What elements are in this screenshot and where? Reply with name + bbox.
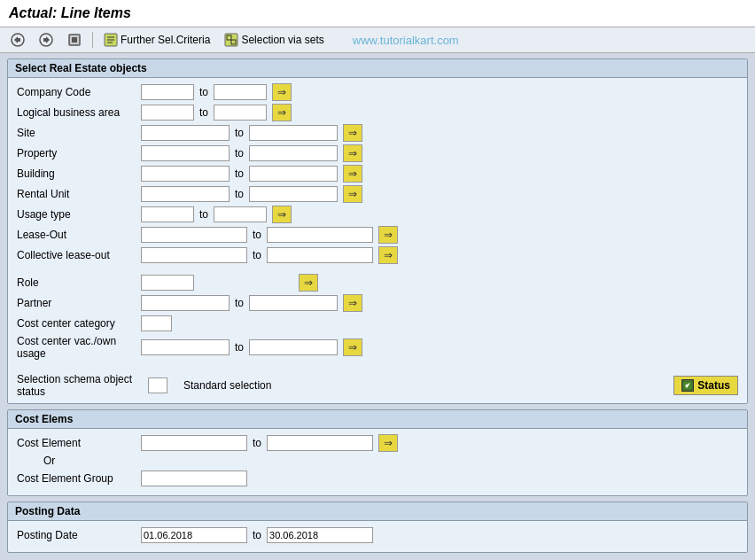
standard-selection-label: Standard selection: [183, 379, 271, 392]
real-estate-section: Select Real Estate objects Company Code …: [7, 58, 748, 404]
cost-element-label: Cost Element: [17, 437, 141, 449]
status-button[interactable]: Status: [673, 376, 738, 395]
cost-center-vac-row: Cost center vac./own usage to: [17, 335, 738, 360]
cost-center-vac-to[interactable]: [249, 339, 338, 355]
back-icon: [11, 33, 25, 47]
forward-button[interactable]: [35, 31, 57, 49]
cost-element-arrow[interactable]: [378, 434, 398, 452]
cost-center-vac-label: Cost center vac./own usage: [17, 335, 141, 360]
company-code-arrow[interactable]: [272, 83, 292, 101]
svg-marker-1: [14, 36, 20, 43]
collective-lease-out-from[interactable]: [141, 247, 247, 263]
status-icon: [681, 379, 694, 392]
collective-lease-out-arrow[interactable]: [378, 246, 398, 264]
cost-element-row: Cost Element to: [17, 434, 738, 452]
property-to[interactable]: [249, 145, 338, 161]
company-code-from[interactable]: [141, 84, 194, 100]
site-to[interactable]: [249, 125, 338, 141]
cost-elems-section-title: Cost Elems: [8, 410, 747, 429]
building-to[interactable]: [249, 166, 338, 182]
stop-button[interactable]: [64, 31, 85, 49]
cost-element-group-row: Cost Element Group: [17, 470, 738, 487]
selection-schema-value[interactable]: [148, 377, 167, 393]
logical-business-area-row: Logical business area to: [17, 104, 738, 121]
collective-lease-out-to[interactable]: [267, 247, 373, 263]
further-criteria-icon: [104, 33, 118, 47]
back-button[interactable]: [7, 31, 28, 49]
partner-label: Partner: [17, 297, 141, 309]
selection-via-sets-button[interactable]: Selection via sets: [221, 31, 327, 49]
usage-type-to[interactable]: [214, 206, 267, 222]
posting-date-row: Posting Date to: [17, 526, 738, 544]
logical-business-area-to[interactable]: [214, 105, 267, 121]
watermark: www.tutorialkart.com: [353, 34, 459, 47]
posting-date-from[interactable]: [141, 527, 247, 543]
company-code-to[interactable]: [214, 84, 267, 100]
partner-arrow[interactable]: [343, 294, 362, 312]
lease-out-from[interactable]: [141, 227, 247, 243]
building-label: Building: [17, 167, 141, 180]
cost-element-to[interactable]: [267, 435, 373, 451]
logical-business-area-arrow[interactable]: [272, 104, 292, 121]
posting-date-label: Posting Date: [17, 529, 141, 541]
svg-marker-3: [43, 36, 50, 43]
rental-unit-to[interactable]: [249, 186, 338, 202]
cost-element-group-value[interactable]: [141, 471, 247, 486]
property-row: Property to: [17, 144, 738, 162]
logical-business-area-from[interactable]: [141, 105, 194, 121]
rental-unit-arrow[interactable]: [343, 185, 362, 203]
usage-type-row: Usage type to: [17, 206, 738, 223]
posting-date-to[interactable]: [267, 527, 373, 543]
cost-element-group-label: Cost Element Group: [17, 472, 141, 485]
property-from[interactable]: [141, 145, 230, 161]
rental-unit-from[interactable]: [141, 186, 230, 202]
selection-sets-icon: [224, 33, 238, 47]
collective-lease-out-row: Collective lease-out to: [17, 246, 738, 264]
lease-out-label: Lease-Out: [17, 229, 141, 241]
partner-to[interactable]: [249, 295, 338, 311]
toolbar: Further Sel.Criteria Selection via sets …: [0, 27, 755, 53]
cost-center-vac-arrow[interactable]: [343, 338, 362, 356]
selection-schema-row: Selection schema object status Standard …: [17, 373, 738, 398]
role-label: Role: [17, 276, 141, 289]
usage-type-arrow[interactable]: [272, 206, 292, 223]
collective-lease-out-label: Collective lease-out: [17, 249, 141, 261]
lease-out-arrow[interactable]: [378, 226, 398, 244]
role-from[interactable]: [141, 275, 194, 291]
rental-unit-label: Rental Unit: [17, 188, 141, 200]
real-estate-section-title: Select Real Estate objects: [8, 59, 747, 78]
role-arrow[interactable]: [299, 274, 318, 292]
lease-out-row: Lease-Out to: [17, 226, 738, 244]
rental-unit-row: Rental Unit to: [17, 185, 738, 203]
role-row: Role: [17, 274, 738, 292]
company-code-row: Company Code to: [17, 83, 738, 101]
lease-out-to[interactable]: [267, 227, 373, 243]
site-from[interactable]: [141, 125, 230, 141]
logical-business-area-label: Logical business area: [17, 106, 141, 119]
partner-from[interactable]: [141, 295, 230, 311]
usage-type-label: Usage type: [17, 208, 141, 221]
cost-center-category-row: Cost center category: [17, 315, 738, 332]
posting-data-section-title: Posting Data: [8, 502, 747, 521]
svg-rect-5: [72, 37, 77, 43]
property-label: Property: [17, 147, 141, 159]
usage-type-from[interactable]: [141, 206, 194, 222]
company-code-label: Company Code: [17, 86, 141, 98]
cost-element-from[interactable]: [141, 435, 247, 451]
site-label: Site: [17, 127, 141, 139]
stop-icon: [67, 33, 82, 47]
posting-data-section: Posting Data Posting Date to: [7, 502, 748, 553]
or-label: Or: [17, 455, 738, 467]
cost-center-category-value[interactable]: [141, 315, 172, 331]
title-bar: Actual: Line Items: [0, 0, 755, 27]
site-row: Site to: [17, 124, 738, 142]
partner-row: Partner to: [17, 294, 738, 312]
building-row: Building to: [17, 165, 738, 183]
further-sel-criteria-button[interactable]: Further Sel.Criteria: [100, 31, 214, 49]
property-arrow[interactable]: [343, 144, 362, 162]
building-from[interactable]: [141, 166, 230, 182]
building-arrow[interactable]: [343, 165, 362, 183]
cost-elems-section: Cost Elems Cost Element to Or Cost Eleme…: [7, 409, 748, 496]
cost-center-vac-from[interactable]: [141, 339, 230, 355]
site-arrow[interactable]: [343, 124, 362, 142]
